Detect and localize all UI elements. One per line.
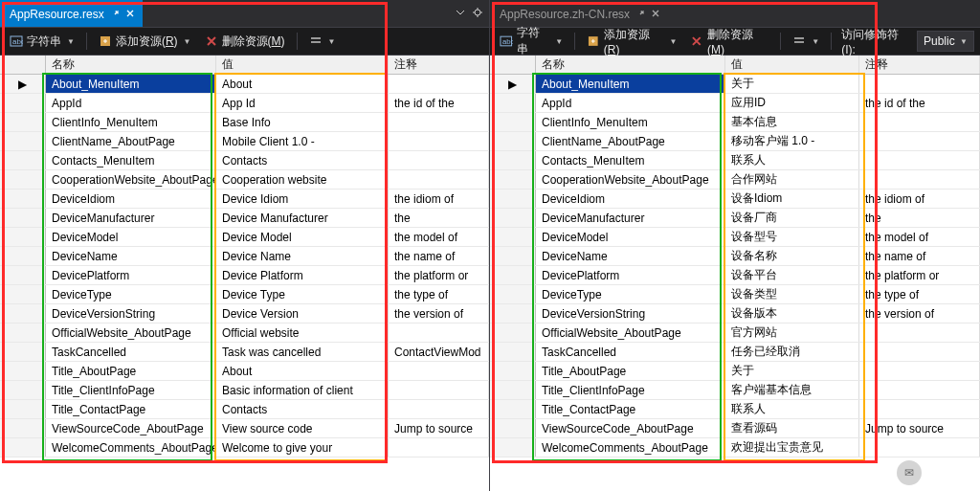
- row-header[interactable]: [490, 266, 536, 284]
- cell-value[interactable]: App Id: [216, 94, 389, 112]
- cell-value[interactable]: Mobile Client 1.0 -: [216, 132, 389, 150]
- cell-value[interactable]: Official website: [216, 324, 389, 342]
- row-header[interactable]: [0, 190, 46, 208]
- cell-name[interactable]: DeviceType: [536, 285, 725, 303]
- cell-value[interactable]: Welcome to give your: [216, 438, 389, 457]
- cell-name[interactable]: ClientName_AboutPage: [46, 132, 216, 150]
- col-value[interactable]: 值: [725, 56, 859, 74]
- row-header[interactable]: ▶: [490, 75, 536, 93]
- table-row[interactable]: Title_ContactPage Contacts: [0, 400, 489, 419]
- cell-value[interactable]: 设备名称: [725, 247, 859, 265]
- cell-comment[interactable]: [859, 170, 980, 189]
- cell-name[interactable]: DeviceManufacturer: [536, 209, 725, 227]
- table-row[interactable]: AppId 应用ID the id of the: [490, 94, 980, 113]
- cell-name[interactable]: DeviceModel: [46, 228, 216, 246]
- cell-value[interactable]: 官方网站: [725, 324, 859, 342]
- cell-comment[interactable]: [859, 400, 980, 418]
- cell-value[interactable]: Device Idiom: [216, 190, 389, 208]
- cell-value[interactable]: 任务已经取消: [725, 343, 859, 361]
- pin-icon[interactable]: [106, 6, 122, 22]
- cell-comment[interactable]: [859, 151, 980, 169]
- cell-name[interactable]: About_MenuItem: [536, 75, 725, 93]
- table-row[interactable]: Title_AboutPage About: [0, 362, 489, 381]
- table-row[interactable]: CooperationWebsite_AboutPage Cooperation…: [0, 170, 489, 190]
- cell-name[interactable]: ClientName_AboutPage: [536, 132, 725, 150]
- cell-value[interactable]: 合作网站: [725, 170, 859, 189]
- table-row[interactable]: DeviceIdiom 设备Idiom the idiom of: [490, 190, 980, 209]
- strings-dropdown[interactable]: abc 字符串 ▼: [6, 32, 78, 52]
- cell-value[interactable]: 客户端基本信息: [725, 381, 859, 399]
- cell-name[interactable]: Title_AboutPage: [46, 362, 216, 380]
- row-header[interactable]: [0, 362, 46, 380]
- cell-value[interactable]: 联系人: [725, 400, 859, 418]
- table-row[interactable]: ClientName_AboutPage Mobile Client 1.0 -: [0, 132, 489, 151]
- cell-comment[interactable]: [859, 324, 980, 342]
- cell-comment[interactable]: [389, 362, 489, 380]
- row-header[interactable]: [0, 94, 46, 112]
- table-row[interactable]: DevicePlatform 设备平台 the platform or: [490, 266, 980, 285]
- cell-name[interactable]: ViewSourceCode_AboutPage: [46, 419, 216, 437]
- row-header[interactable]: [0, 113, 46, 131]
- cell-value[interactable]: Base Info: [216, 113, 389, 131]
- row-header[interactable]: [0, 400, 46, 418]
- table-row[interactable]: OfficialWebsite_AboutPage 官方网站: [490, 324, 980, 343]
- table-row[interactable]: DeviceManufacturer Device Manufacturer t…: [0, 209, 489, 228]
- cell-name[interactable]: About_MenuItem: [46, 75, 216, 93]
- row-header[interactable]: [0, 170, 46, 189]
- cell-value[interactable]: Contacts: [216, 151, 389, 169]
- cell-value[interactable]: About: [216, 75, 389, 93]
- row-header[interactable]: [0, 151, 46, 169]
- row-header[interactable]: [0, 285, 46, 303]
- close-icon[interactable]: [125, 8, 135, 21]
- cell-value[interactable]: Device Platform: [216, 266, 389, 284]
- cell-value[interactable]: 设备平台: [725, 266, 859, 284]
- cell-comment[interactable]: the type of: [389, 285, 489, 303]
- cell-value[interactable]: View source code: [216, 419, 389, 437]
- table-row[interactable]: AppId App Id the id of the: [0, 94, 489, 113]
- table-row[interactable]: DeviceVersionString 设备版本 the version of: [490, 304, 980, 324]
- cell-value[interactable]: About: [216, 362, 389, 380]
- cell-comment[interactable]: the version of: [389, 304, 489, 323]
- cell-comment[interactable]: the id of the: [389, 94, 489, 112]
- cell-name[interactable]: WelcomeComments_AboutPage: [46, 438, 216, 457]
- cell-comment[interactable]: [859, 343, 980, 361]
- cell-name[interactable]: WelcomeComments_AboutPage: [536, 438, 725, 457]
- cell-comment[interactable]: the type of: [859, 285, 980, 303]
- row-header[interactable]: [490, 190, 536, 208]
- row-header[interactable]: [0, 381, 46, 399]
- row-header[interactable]: [0, 419, 46, 437]
- add-resource-button[interactable]: 添加资源(R) ▼: [95, 32, 195, 52]
- row-header[interactable]: [0, 132, 46, 150]
- cell-value[interactable]: Device Type: [216, 285, 389, 303]
- col-name[interactable]: 名称: [536, 56, 725, 74]
- cell-comment[interactable]: [389, 170, 489, 189]
- view-dropdown[interactable]: ▼: [789, 33, 823, 50]
- cell-name[interactable]: CooperationWebsite_AboutPage: [46, 170, 216, 189]
- row-header[interactable]: [490, 419, 536, 437]
- cell-value[interactable]: 应用ID: [725, 94, 859, 112]
- cell-name[interactable]: AppId: [536, 94, 725, 112]
- cell-value[interactable]: 设备型号: [725, 228, 859, 246]
- table-row[interactable]: TaskCancelled Task was cancelled Contact…: [0, 343, 489, 362]
- dropdown-icon[interactable]: [455, 7, 466, 21]
- cell-comment[interactable]: [389, 438, 489, 457]
- table-row[interactable]: Contacts_MenuItem 联系人: [490, 151, 980, 170]
- cell-comment[interactable]: [859, 381, 980, 399]
- cell-comment[interactable]: the platform or: [859, 266, 980, 284]
- table-row[interactable]: DeviceName 设备名称 the name of: [490, 247, 980, 266]
- cell-value[interactable]: 设备厂商: [725, 209, 859, 227]
- row-header[interactable]: [490, 170, 536, 189]
- cell-value[interactable]: 关于: [725, 362, 859, 380]
- cell-comment[interactable]: the name of: [389, 247, 489, 265]
- cell-value[interactable]: 设备版本: [725, 304, 859, 323]
- row-header[interactable]: [0, 343, 46, 361]
- cell-name[interactable]: DeviceType: [46, 285, 216, 303]
- row-header[interactable]: [0, 247, 46, 265]
- cell-name[interactable]: TaskCancelled: [46, 343, 216, 361]
- row-header[interactable]: [490, 209, 536, 227]
- table-row[interactable]: ClientInfo_MenuItem 基本信息: [490, 113, 980, 132]
- cell-name[interactable]: CooperationWebsite_AboutPage: [536, 170, 725, 189]
- table-row[interactable]: ▶ About_MenuItem About: [0, 75, 489, 94]
- cell-comment[interactable]: [389, 132, 489, 150]
- cell-comment[interactable]: the platform or: [389, 266, 489, 284]
